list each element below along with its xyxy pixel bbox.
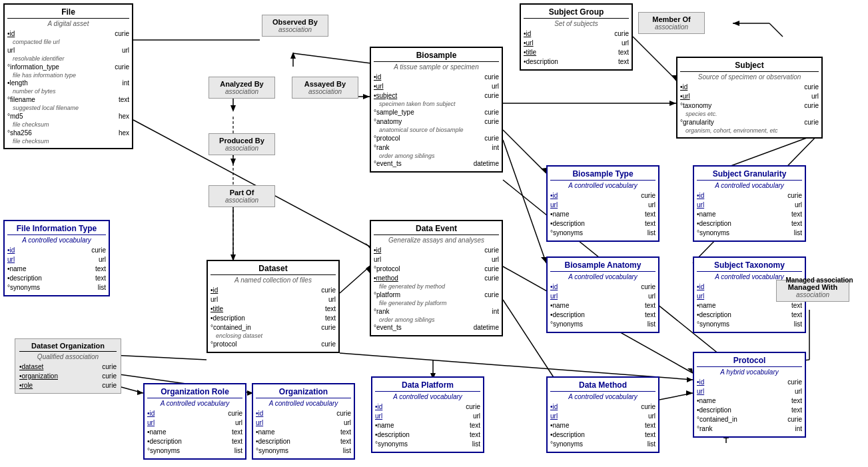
stax-field-syn: °synonyms list: [697, 320, 802, 329]
org-role-entity: Organization Role A controlled vocabular…: [143, 383, 246, 460]
fit-field-desc: •description text: [7, 274, 106, 283]
proto-field-name: •name text: [697, 396, 802, 406]
file-subtitle: A digital asset: [7, 20, 129, 27]
ds-field-title: •title text: [211, 304, 336, 314]
svg-line-24: [503, 140, 546, 263]
org-field-desc: •description text: [256, 437, 351, 446]
dm-field-name: •name text: [550, 421, 655, 430]
dataset-subtitle: A named collection of files: [211, 276, 336, 284]
dm-field-syn: °synonyms list: [550, 440, 655, 449]
bt-field-name: •name text: [550, 210, 655, 219]
svg-marker-20: [733, 21, 739, 26]
fit-field-id: •id curie: [7, 246, 106, 255]
dorg-field-dataset: •dataset curie: [19, 362, 117, 372]
or-title: Organization Role: [147, 387, 242, 398]
file-field-infotype: °information_type curie: [7, 63, 129, 72]
svg-marker-55: [687, 377, 693, 382]
svg-line-54: [340, 353, 693, 380]
svg-marker-23: [541, 168, 546, 173]
svg-line-11: [340, 266, 370, 293]
member-of-subtitle: association: [643, 23, 700, 31]
assayed-by-assoc: Assayed By association: [292, 77, 358, 99]
de-field-eventts: °event_ts datetime: [374, 323, 499, 332]
bs-field-sampletype: °sample_type curie: [374, 108, 499, 117]
bs-field-url: •url url: [374, 82, 499, 91]
file-field-id: •id curie: [7, 29, 129, 39]
or-field-id: •id curie: [147, 409, 242, 418]
stax-field-name: •name text: [697, 301, 802, 310]
subject-entity: Subject Source of specimen or observatio…: [676, 57, 823, 139]
file-info-type-entity: File Information Type A controlled vocab…: [3, 220, 110, 296]
fit-field-syn: °synonyms list: [7, 283, 106, 292]
svg-line-17: [633, 37, 676, 80]
file-info-type-subtitle: A controlled vocabulary: [7, 236, 106, 244]
subj-field-taxonomy: °taxonomy curie: [680, 101, 819, 111]
dorg-title: Dataset Organization: [19, 342, 117, 352]
bs-field-eventts: °event_ts datetime: [374, 159, 499, 169]
dp-field-syn: °synonyms list: [375, 440, 480, 449]
assayed-by-subtitle: association: [296, 88, 354, 95]
sgran-title: Subject Granularity: [697, 169, 802, 181]
biosample-title: Biosample: [374, 51, 499, 62]
de-field-platform: °platform curie: [374, 290, 499, 300]
dataset-entity: Dataset A named collection of files •id …: [207, 260, 340, 353]
or-field-syn: °synonyms list: [147, 446, 242, 456]
svg-line-22: [503, 130, 546, 173]
svg-marker-16: [669, 101, 676, 106]
org-field-syn: °synonyms list: [256, 446, 351, 456]
sgran-field-name: •name text: [697, 210, 802, 219]
biosample-entity: Biosample A tissue sample or specimen •i…: [370, 47, 503, 173]
dm-field-desc: •description text: [550, 430, 655, 440]
diagram: File A digital asset •id curie compacted…: [0, 0, 868, 467]
or-field-desc: •description text: [147, 437, 242, 446]
file-info-type-title: File Information Type: [7, 224, 106, 235]
fit-field-name: •name text: [7, 264, 106, 274]
de-field-method: •method curie: [374, 274, 499, 283]
subj-field-id: •id curie: [680, 83, 819, 92]
sgran-field-id: •id curie: [697, 191, 802, 201]
svg-marker-46: [137, 390, 143, 395]
biosample-type-entity: Biosample Type A controlled vocabulary •…: [546, 165, 659, 242]
dm-field-url: url url: [550, 412, 655, 421]
data-platform-entity: Data Platform A controlled vocabulary •i…: [371, 376, 484, 453]
protocol-entity: Protocol A hybrid vocabulary •id curie u…: [693, 352, 806, 438]
ba-field-syn: °synonyms list: [550, 320, 655, 329]
proto-field-url: url url: [697, 387, 802, 396]
bs-field-rank: °rank int: [374, 143, 499, 153]
managed-assoc-label: Managed association: [779, 276, 859, 284]
de-field-rank: °rank int: [374, 307, 499, 316]
ba-field-name: •name text: [550, 301, 655, 310]
bt-field-desc: •description text: [550, 219, 655, 229]
bs-field-anatomy: °anatomy curie: [374, 117, 499, 127]
ba-title: Biosample Anatomy: [550, 260, 655, 272]
subject-subtitle: Source of specimen or observation: [680, 73, 819, 81]
bt-field-id: •id curie: [550, 191, 655, 201]
sg-subtitle: Set of subjects: [524, 20, 629, 27]
observed-by-subtitle: association: [266, 26, 324, 33]
svg-line-21: [769, 23, 783, 37]
bs-field-subject: •subject curie: [374, 91, 499, 101]
svg-marker-8: [230, 159, 236, 165]
analyzed-by-subtitle: association: [213, 88, 270, 95]
file-title: File: [7, 7, 129, 19]
bt-subtitle: A controlled vocabulary: [550, 182, 655, 189]
sgran-field-syn: °synonyms list: [697, 229, 802, 238]
or-subtitle: A controlled vocabulary: [147, 400, 242, 407]
dorg-field-role: •role curie: [19, 381, 117, 390]
proto-field-id: •id curie: [697, 378, 802, 387]
biosample-subtitle: A tissue sample or specimen: [374, 63, 499, 71]
data-event-subtitle: Generalize assays and analyses: [374, 236, 499, 244]
bt-title: Biosample Type: [550, 169, 655, 181]
dp-subtitle: A controlled vocabulary: [375, 393, 480, 400]
svg-marker-4: [230, 105, 236, 112]
svg-marker-57: [687, 368, 693, 373]
ba-subtitle: A controlled vocabulary: [550, 273, 655, 280]
subject-granularity-entity: Subject Granularity A controlled vocabul…: [693, 165, 806, 242]
ds-field-url: url url: [211, 295, 336, 304]
sgran-field-url: url url: [697, 201, 802, 210]
proto-title: Protocol: [697, 356, 802, 367]
proto-field-contained: °contained_in curie: [697, 415, 802, 424]
file-entity: File A digital asset •id curie compacted…: [3, 3, 133, 149]
file-field-md5: °md5 hex: [7, 112, 129, 121]
analyzed-by-title: Analyzed By: [213, 80, 270, 88]
